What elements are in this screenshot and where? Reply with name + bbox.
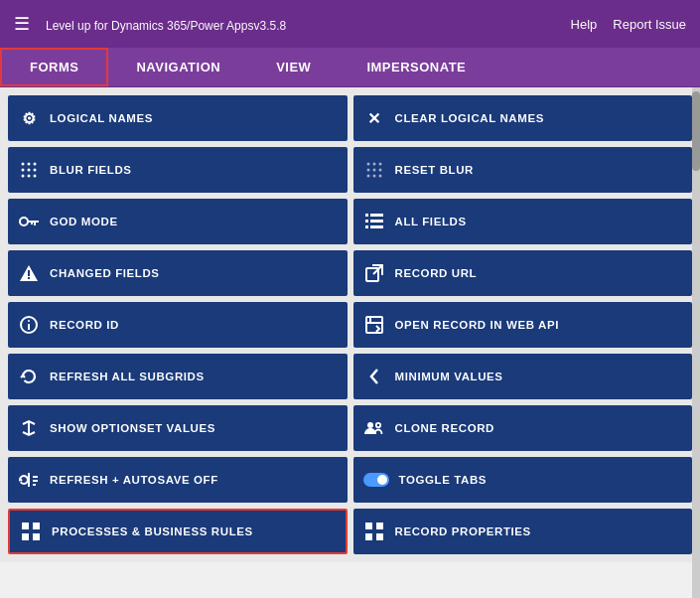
svg-point-13 — [372, 169, 375, 172]
all-fields-label: ALL FIELDS — [395, 216, 467, 227]
svg-point-34 — [28, 320, 30, 322]
scrollbar[interactable] — [692, 87, 700, 598]
optionset-values-button[interactable]: SHOW OPTIONSET VALUES — [8, 405, 348, 451]
x-icon: ✕ — [363, 109, 385, 128]
external-link-icon — [363, 264, 385, 282]
open-record-web-api-label: OPEN RECORD IN WEB API — [395, 319, 559, 331]
record-id-button[interactable]: RECORD ID — [8, 302, 348, 348]
refresh-subgrids-button[interactable]: REFRESH ALL SUBGRIDS — [8, 354, 348, 399]
svg-point-7 — [28, 175, 31, 178]
list-icon — [363, 214, 385, 229]
svg-point-16 — [372, 175, 375, 178]
svg-point-37 — [367, 422, 373, 428]
logical-names-label: LOGICAL NAMES — [50, 112, 153, 124]
app-container: ☰ Level up for Dynamics 365/Power Appsv3… — [0, 0, 700, 562]
buttons-grid: ⚙ LOGICAL NAMES ✕ CLEAR LOGICAL NAMES BL… — [0, 87, 700, 562]
report-issue-button[interactable]: Report Issue — [613, 17, 686, 32]
reset-blur-button[interactable]: RESET BLUR — [353, 147, 693, 193]
tab-impersonate[interactable]: IMPERSONATE — [339, 48, 493, 86]
all-fields-button[interactable]: ALL FIELDS — [353, 199, 693, 244]
toggle-icon — [363, 473, 389, 487]
clone-icon — [363, 420, 385, 436]
header-title: Level up for Dynamics 365/Power Appsv3.5… — [46, 16, 555, 33]
reset-blur-icon — [363, 161, 385, 179]
tab-view[interactable]: VIEW — [248, 48, 339, 86]
svg-rect-22 — [365, 214, 368, 217]
header: ☰ Level up for Dynamics 365/Power Appsv3… — [0, 0, 700, 48]
clear-logical-names-label: CLEAR LOGICAL NAMES — [395, 112, 544, 124]
help-button[interactable]: Help — [571, 17, 598, 32]
record-id-label: RECORD ID — [50, 319, 119, 331]
svg-point-11 — [378, 163, 381, 166]
svg-rect-25 — [370, 220, 383, 223]
svg-point-12 — [366, 169, 369, 172]
svg-rect-30 — [28, 277, 30, 279]
svg-rect-24 — [365, 220, 368, 223]
refresh-subgrids-label: REFRESH ALL SUBGRIDS — [50, 371, 205, 382]
svg-rect-35 — [366, 317, 382, 333]
gear-icon: ⚙ — [18, 109, 40, 128]
key-icon — [18, 215, 40, 228]
tab-navigation[interactable]: NAVIGATION — [108, 48, 248, 86]
info-icon — [18, 316, 40, 334]
svg-point-5 — [34, 169, 37, 172]
clone-record-label: CLONE RECORD — [395, 422, 494, 434]
refresh-icon — [18, 368, 40, 385]
svg-point-10 — [372, 163, 375, 166]
record-url-label: RECORD URL — [395, 267, 478, 279]
svg-point-6 — [22, 175, 25, 178]
svg-point-9 — [366, 163, 369, 166]
scroll-thumb[interactable] — [692, 91, 700, 171]
autosave-icon — [18, 472, 40, 488]
toggle-tabs-button[interactable]: TOGGLE TABS — [353, 457, 693, 503]
record-properties-icon — [363, 523, 385, 540]
svg-rect-27 — [370, 225, 383, 228]
svg-point-1 — [28, 163, 31, 166]
web-api-icon — [363, 316, 385, 334]
svg-point-15 — [366, 175, 369, 178]
svg-point-38 — [375, 423, 379, 427]
tab-forms[interactable]: FORMS — [0, 48, 108, 86]
svg-rect-23 — [370, 214, 383, 217]
minimum-values-label: MINIMUM VALUES — [395, 371, 503, 382]
svg-rect-49 — [365, 523, 372, 529]
chevron-left-icon — [363, 368, 385, 385]
minimum-values-button[interactable]: MINIMUM VALUES — [353, 354, 693, 399]
processes-business-rules-label: PROCESSES & BUSINESS RULES — [52, 525, 253, 537]
processes-business-rules-button[interactable]: PROCESSES & BUSINESS RULES — [8, 509, 348, 554]
blur-fields-label: BLUR FIELDS — [50, 164, 132, 176]
nav-tabs: FORMS NAVIGATION VIEW IMPERSONATE — [0, 48, 700, 87]
svg-rect-26 — [365, 225, 368, 228]
menu-icon[interactable]: ☰ — [14, 13, 30, 35]
open-record-web-api-button[interactable]: OPEN RECORD IN WEB API — [353, 302, 693, 348]
svg-point-14 — [378, 169, 381, 172]
blur-icon — [18, 161, 40, 179]
god-mode-label: GOD MODE — [50, 216, 118, 227]
svg-point-44 — [377, 475, 387, 485]
blur-fields-button[interactable]: BLUR FIELDS — [8, 147, 348, 193]
clear-logical-names-button[interactable]: ✕ CLEAR LOGICAL NAMES — [353, 95, 693, 141]
svg-rect-45 — [22, 523, 29, 529]
svg-point-17 — [378, 175, 381, 178]
reset-blur-label: RESET BLUR — [395, 164, 474, 176]
svg-point-3 — [22, 169, 25, 172]
record-url-button[interactable]: RECORD URL — [353, 250, 693, 296]
svg-point-2 — [34, 163, 37, 166]
svg-point-8 — [34, 175, 37, 178]
logical-names-button[interactable]: ⚙ LOGICAL NAMES — [8, 95, 348, 141]
svg-rect-29 — [28, 270, 30, 276]
svg-rect-48 — [33, 533, 40, 540]
refresh-autosave-button[interactable]: REFRESH + AUTOSAVE OFF — [8, 457, 348, 503]
optionset-values-label: SHOW OPTIONSET VALUES — [50, 422, 215, 434]
god-mode-button[interactable]: GOD MODE — [8, 199, 348, 244]
record-properties-button[interactable]: RECORD PROPERTIES — [353, 509, 693, 554]
changed-fields-button[interactable]: CHANGED FIELDS — [8, 250, 348, 296]
refresh-autosave-label: REFRESH + AUTOSAVE OFF — [50, 474, 218, 486]
processes-icon — [20, 523, 42, 540]
svg-point-0 — [22, 163, 25, 166]
clone-record-button[interactable]: CLONE RECORD — [353, 405, 693, 451]
toggle-tabs-label: TOGGLE TABS — [399, 474, 488, 486]
svg-point-4 — [28, 169, 31, 172]
warning-icon — [18, 265, 40, 281]
svg-rect-47 — [22, 533, 29, 540]
